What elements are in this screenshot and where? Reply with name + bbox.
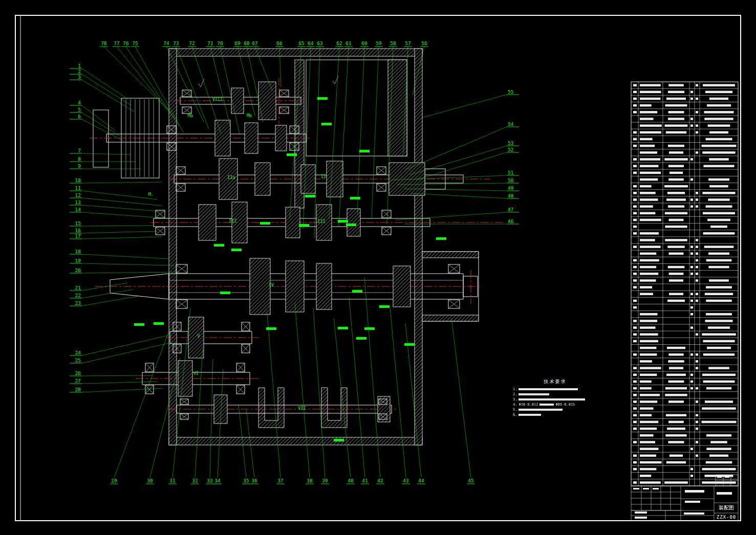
table-cell-text-bar [669,293,683,296]
part-number-label: 46 [508,218,514,224]
part-number-label: 68 [244,40,250,46]
part-number-label: 55 [508,89,513,95]
part-number-label: 67 [252,40,257,46]
gear-section [250,258,270,315]
table-cell-text-bar [640,333,658,336]
technical-requirements: 技术要求 1.2.3.4.Φ10-0.012Φ09-0.0155.6. [513,378,597,417]
table-cell-text-bar [702,333,736,336]
table-cell-text-bar [640,253,656,255]
table-cell-text-bar [707,219,730,221]
gear-section [316,263,332,309]
table-cell-text-bar [690,98,693,100]
part-number-label: 25 [75,358,81,363]
table-cell-text-bar [669,455,683,457]
table-cell-text-bar [705,293,733,296]
table-cell-text-bar [640,158,660,161]
part-number-label: 75 [132,40,138,46]
part-number-label: 19 [75,258,81,263]
table-cell-text-bar [696,198,698,201]
table-cell-text-bar [633,219,637,221]
table-cell-text-bar [640,232,659,235]
table-cell-text-bar [640,279,656,282]
dimension-text-bar [231,249,242,251]
part-number-label: 28 [75,387,81,392]
tech-line-text: Φ09-0.015 [555,403,575,407]
dimension-text-bar [321,123,332,125]
table-cell-text-bar [640,138,653,141]
part-number-label: 17 [75,233,81,239]
table-cell-text-bar [633,111,637,114]
part-number-label: 14 [75,207,81,212]
gear-section [327,161,343,197]
shaft-label: VII [298,406,306,411]
part-number-label: 38 [307,478,313,483]
leader-line [82,74,131,105]
table-cell-text-bar [633,481,637,484]
tech-line-number: 2. [513,392,517,396]
leader-line [82,205,166,212]
gear-section [347,209,360,236]
table-cell-text-bar [633,340,637,343]
table-cell-text-bar [696,266,698,269]
part-number-label: 11 [75,185,81,191]
table-cell-text-bar [705,400,733,403]
tech-line-number: 1. [513,387,517,391]
table-cell-text-bar [640,360,652,363]
table-cell-text-bar [667,246,684,248]
gear-section [188,317,204,358]
table-cell-text-bar [640,421,658,423]
leader-line [82,375,153,376]
table-cell-text-bar [709,279,729,282]
part-number-label: 59 [376,40,382,46]
leader-line [82,212,169,218]
table-cell-text-bar [669,151,683,154]
part-number-label: 69 [234,40,241,46]
table-cell-text-bar [640,414,652,417]
table-cell-text-bar [640,259,659,262]
table-cell-text-bar [690,475,693,477]
table-cell-text-bar [640,239,655,241]
leader-line [82,272,179,273]
leader-line [82,289,133,298]
table-cell-text-bar [706,461,732,464]
table-cell-text-bar [706,205,732,208]
tech-line-number: 5. [513,408,517,412]
table-cell-text-bar [640,185,652,188]
part-number-label: 12 [75,192,81,198]
gear-section [301,165,315,193]
table-cell-text-bar [640,205,653,208]
part-number-label: 74 [163,40,169,46]
part-number-label: 26 [75,370,81,376]
table-cell-text-bar [633,145,637,147]
table-cell-text-bar [640,353,657,356]
table-cell-text-bar [640,273,658,275]
table-cell-text-bar [640,145,655,147]
leader-line [82,296,138,306]
table-cell-text-bar [633,320,637,322]
table-cell-text-bar [633,84,637,86]
table-cell-text-bar [696,253,698,255]
gearbox-housing [169,49,479,445]
table-cell-text-bar [640,111,657,114]
table-cell-text-bar [708,326,730,329]
table-cell-text-bar [640,313,658,316]
table-cell-text-bar [633,212,637,215]
table-cell-text-bar [633,461,637,464]
table-cell-text-bar [690,266,693,269]
dimension-text-bar [352,290,362,293]
table-cell-text-bar [640,118,653,120]
table-cell-text-bar [708,179,729,181]
table-cell-text-bar [640,428,657,430]
part-number-label: 41 [362,478,368,483]
table-cell-text-bar [633,104,637,107]
title-block-text-bar [717,482,722,483]
dimension-text-bar [214,244,224,247]
title-block-text-bar [633,488,639,489]
leader-line [82,226,153,226]
table-cell-text-bar [664,158,687,161]
tech-line-number: 3. [513,397,517,402]
table-cell-text-bar [706,313,732,316]
table-cell-text-bar [640,266,656,269]
dimension-text-bar [260,222,270,225]
cad-canvas[interactable]: 7877767574737271706968676665646362616059… [0,0,756,535]
